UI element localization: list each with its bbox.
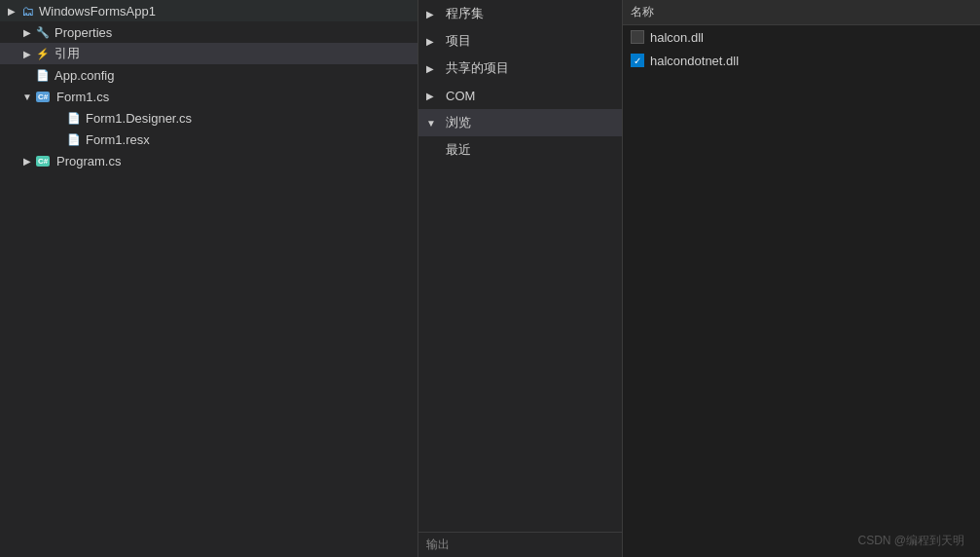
- tree-item-form1cs[interactable]: C# Form1.cs: [0, 86, 417, 107]
- label-browse: 浏览: [446, 114, 471, 131]
- tree-item-properties[interactable]: 🔧 Properties: [0, 21, 417, 43]
- bottom-label: 输出: [426, 538, 450, 551]
- form-icon: C#: [35, 89, 51, 104]
- cs-badge-program: C#: [36, 156, 50, 167]
- tree-label-form1designer: Form1.Designer.cs: [86, 111, 192, 126]
- header-name: 名称: [631, 4, 654, 20]
- arrow-assemblies: [426, 9, 442, 19]
- tree-label-programcs: Program.cs: [56, 154, 121, 168]
- label-shared: 共享的项目: [446, 59, 509, 77]
- label-assemblies: 程序集: [446, 5, 484, 22]
- reference-list-panel: 名称 halcon.dll halcondotnet.dll CSDN @编程到…: [623, 0, 980, 557]
- middle-item-assemblies[interactable]: 程序集: [418, 0, 622, 27]
- ref-row-halcon[interactable]: halcon.dll: [623, 25, 980, 49]
- label-com: COM: [446, 89, 475, 103]
- tree-label-properties: Properties: [54, 25, 112, 40]
- middle-item-shared[interactable]: 共享的项目: [418, 55, 622, 82]
- tree-item-root[interactable]: 🗂 WindowsFormsApp1: [0, 0, 417, 21]
- project-icon: 🗂: [19, 3, 35, 19]
- tree-item-ref[interactable]: ⚡ 引用: [0, 43, 417, 64]
- label-projects: 项目: [446, 32, 471, 50]
- middle-item-recent[interactable]: 最近: [418, 136, 622, 164]
- programcs-icon: C#: [35, 153, 51, 168]
- tree-label-root: WindowsFormsApp1: [39, 4, 156, 19]
- arrow-browse: [426, 118, 442, 129]
- middle-item-browse[interactable]: 浏览: [418, 109, 622, 136]
- reference-manager-left: 程序集 项目 共享的项目 COM 浏览 最近 输出: [418, 0, 623, 557]
- tree-label-ref: 引用: [54, 45, 80, 62]
- middle-item-projects[interactable]: 项目: [418, 27, 622, 55]
- tree-label-form1resx: Form1.resx: [86, 132, 150, 147]
- label-recent: 最近: [446, 141, 471, 159]
- tree-item-programcs[interactable]: C# Program.cs: [0, 150, 417, 171]
- checkbox-halcon[interactable]: [631, 30, 644, 44]
- tree-label-appconfig: App.config: [54, 68, 114, 83]
- config-icon: 📄: [35, 67, 51, 83]
- arrow-projects: [426, 36, 442, 47]
- tree-item-appconfig[interactable]: 📄 App.config: [0, 64, 417, 86]
- middle-item-com[interactable]: COM: [418, 82, 622, 109]
- arrow-com: [426, 91, 442, 101]
- expand-arrow-root[interactable]: [4, 3, 19, 19]
- watermark: CSDN @编程到天明: [857, 533, 964, 549]
- tree-item-form1resx[interactable]: 📄 Form1.resx: [0, 129, 417, 150]
- checkbox-halcondotnet[interactable]: [631, 54, 644, 67]
- label-halcondotnet: halcondotnet.dll: [650, 54, 739, 68]
- wrench-icon: 🔧: [35, 24, 51, 40]
- ref-table-header: 名称: [623, 0, 980, 25]
- tree-item-form1designer[interactable]: 📄 Form1.Designer.cs: [0, 107, 417, 129]
- designer-icon: 📄: [66, 110, 82, 126]
- expand-arrow-programcs[interactable]: [19, 153, 35, 168]
- ref-row-halcondotnet[interactable]: halcondotnet.dll: [623, 49, 980, 72]
- resx-icon: 📄: [66, 131, 82, 147]
- bottom-bar: 输出: [418, 532, 622, 557]
- ref-icon: ⚡: [35, 46, 51, 61]
- cs-badge-form1: C#: [36, 92, 50, 102]
- tree-label-form1cs: Form1.cs: [56, 90, 109, 104]
- label-halcon: halcon.dll: [650, 30, 704, 45]
- expand-arrow-properties[interactable]: [19, 24, 35, 40]
- expand-arrow-ref[interactable]: [19, 46, 35, 61]
- arrow-shared: [426, 63, 442, 74]
- solution-explorer: 🗂 WindowsFormsApp1 🔧 Properties ⚡ 引用 📄 A…: [0, 0, 418, 557]
- expand-arrow-form1cs[interactable]: [19, 89, 35, 104]
